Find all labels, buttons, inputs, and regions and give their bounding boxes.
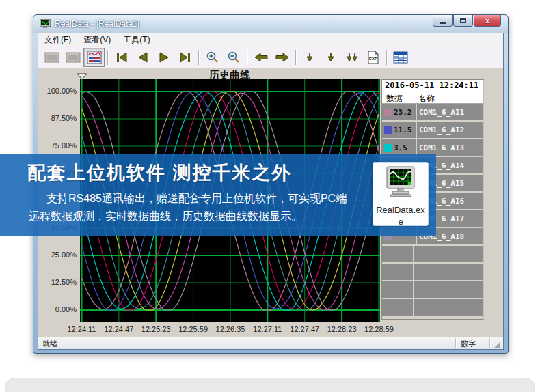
table-row[interactable] [382, 299, 483, 316]
status-separator [489, 338, 490, 348]
banner-body: 支持RS485通讯输出，赠送配套专用上位机软件，可实现PC端 远程数据观测，实时… [29, 190, 384, 225]
cursor-down-alt-button[interactable] [320, 48, 341, 67]
status-bar: 就绪 数字 ◢ [38, 337, 503, 349]
next-button[interactable] [153, 48, 174, 67]
row-value: 23.2 [394, 108, 416, 117]
zoom-in-button[interactable] [202, 48, 223, 67]
banner-text-line1: 支持RS485通讯输出，赠送配套专用上位机软件，可实现PC端 [29, 190, 384, 208]
previous-button[interactable] [132, 48, 153, 67]
pan-left-button[interactable] [250, 48, 271, 67]
table-row[interactable] [382, 246, 483, 262]
export-button[interactable]: EXP [362, 48, 383, 67]
history-curve-icon [87, 51, 102, 64]
menu-item-0[interactable]: 文件(F) [38, 33, 77, 46]
x-tick-label: 12:25:23 [135, 325, 177, 333]
data-panel-columns: 数据 名称 [382, 92, 483, 104]
x-tick-label: 12:24:11 [61, 325, 103, 333]
next-icon [157, 51, 171, 64]
row-name-empty [413, 246, 483, 262]
resize-grip[interactable]: ◢ [494, 340, 502, 348]
cursor-down-double-icon [345, 51, 359, 64]
cursor-down-double-button[interactable] [341, 48, 362, 67]
cursor-down-button[interactable] [299, 48, 320, 67]
row-name-empty [413, 281, 483, 298]
close-button[interactable]: x [474, 15, 501, 27]
row-name: COM1_6_AI1 [416, 104, 483, 120]
column-header-value: 数据 [382, 92, 414, 103]
previous-icon [136, 51, 150, 64]
pan-right-button[interactable] [271, 48, 293, 67]
shortcut-caption: RealData.exe [376, 204, 425, 227]
marketing-banner: 配套上位机软件 测控千米之外 支持RS485通讯输出，赠送配套专用上位机软件，可… [0, 154, 436, 236]
banner-headline: 配套上位机软件 测控千米之外 [27, 160, 292, 185]
history-curve-button[interactable] [83, 48, 105, 67]
row-value: 3.5 [394, 143, 416, 152]
x-tick-label: 12:25:59 [172, 325, 215, 333]
pause-button[interactable] [62, 48, 83, 67]
cursor-down-icon [303, 51, 316, 64]
table-row[interactable] [382, 264, 483, 280]
x-tick-label: 12:28:59 [358, 325, 401, 333]
x-tick-label: 12:27:47 [284, 325, 326, 333]
y-tick-label: 25.00% [38, 251, 77, 259]
series-color-chip [384, 126, 392, 134]
y-tick-label: 100.00% [38, 87, 77, 95]
title-bar: RealData - [RealData1] x [33, 15, 508, 33]
x-tick-label: 12:27:11 [246, 325, 288, 333]
stop-button[interactable] [41, 48, 62, 67]
first-icon [115, 51, 129, 64]
toolbar: EXP [38, 46, 503, 68]
pause-icon [66, 51, 81, 64]
window-title: RealData - [RealData1] [55, 19, 139, 29]
toolbar-separator [247, 50, 247, 65]
zoom-in-icon [206, 51, 219, 64]
pan-right-icon [275, 52, 290, 63]
data-grid-icon [393, 51, 408, 64]
series-color-chip [384, 109, 392, 116]
toolbar-separator [107, 50, 108, 65]
cursor-down-alt-icon [325, 51, 337, 64]
status-ready-text: 就绪 [42, 339, 57, 349]
pan-left-icon [254, 52, 269, 63]
toolbar-separator [386, 50, 387, 65]
table-row[interactable]: 23.2COM1_6_AI1 [382, 104, 483, 120]
svg-text:EXP: EXP [368, 57, 377, 61]
minimize-icon [440, 22, 446, 24]
page-footer-strip [5, 378, 535, 392]
status-separator [455, 338, 456, 348]
monitor-icon [382, 166, 419, 200]
y-tick-label: 75.00% [38, 141, 77, 150]
menu-bar: 文件(F)查看(V)工具(T) [38, 33, 503, 46]
banner-text-line2: 远程数据观测，实时数据曲线，历史数据曲线数据显示。 [29, 208, 384, 225]
toolbar-separator [198, 50, 199, 65]
export-icon: EXP [366, 51, 380, 64]
x-tick-label: 12:24:47 [98, 325, 140, 333]
close-icon: x [485, 16, 489, 25]
first-button[interactable] [111, 48, 132, 67]
page: RealData - [RealData1] x 文件(F)查看(V)工具(T) [0, 0, 540, 392]
zoom-out-button[interactable] [223, 48, 244, 67]
row-name-empty [413, 264, 483, 280]
last-button[interactable] [174, 48, 195, 67]
table-row[interactable]: 11.5COM1_6_AI2 [382, 122, 483, 138]
row-name: COM1_6_AI2 [416, 122, 483, 138]
x-tick-label: 12:26:35 [209, 325, 252, 333]
menu-item-2[interactable]: 工具(T) [117, 33, 156, 46]
table-row[interactable] [382, 281, 483, 298]
y-tick-label: 87.50% [38, 114, 77, 122]
maximize-button[interactable] [453, 15, 473, 27]
row-name-empty [413, 299, 483, 316]
x-tick-label: 12:28:23 [321, 325, 363, 333]
data-panel-datetime: 2016-05-11 12:24:11 [382, 80, 483, 92]
last-icon [178, 51, 192, 64]
data-grid-button[interactable] [390, 48, 411, 67]
status-num-indicator: 数字 [461, 339, 476, 349]
maximize-icon [460, 18, 466, 23]
zoom-out-icon [227, 51, 241, 64]
realdata-exe-shortcut[interactable]: RealData.exe [373, 162, 429, 226]
stop-icon [44, 51, 59, 64]
row-value: 11.5 [394, 126, 416, 135]
toolbar-separator [295, 50, 296, 65]
menu-item-1[interactable]: 查看(V) [77, 33, 117, 46]
minimize-button[interactable] [433, 15, 453, 27]
